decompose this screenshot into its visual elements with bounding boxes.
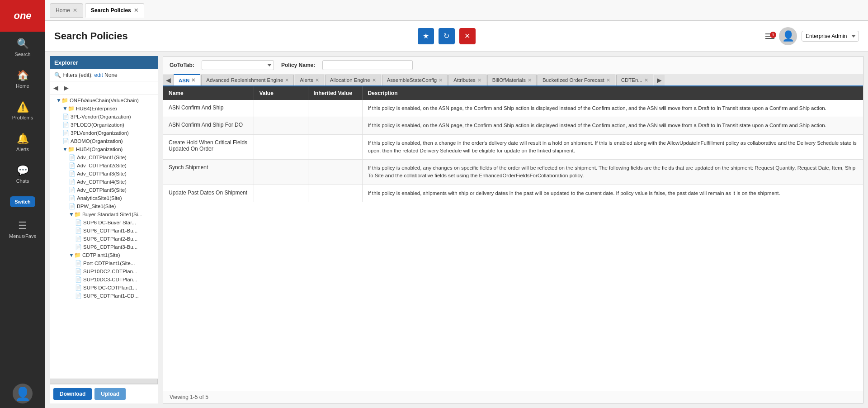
file-icon: 📄 — [69, 195, 75, 201]
tree-node-sup6cdt1cd[interactable]: 📄 SUP6_CDTPlant1-CD... — [50, 292, 158, 300]
policy-tab-asn-close[interactable]: ✕ — [191, 77, 195, 83]
tab-home-close[interactable]: ✕ — [73, 7, 77, 14]
tree-node-hub4e[interactable]: ▼📁 HUB4(Enterprise) — [50, 104, 158, 113]
user-avatar: 👤 — [779, 27, 797, 45]
policy-tab-attributes-close[interactable]: ✕ — [477, 77, 481, 83]
policy-tab-asn[interactable]: ASN ✕ — [174, 74, 200, 85]
tab-home[interactable]: Home ✕ — [50, 3, 83, 18]
table-row[interactable]: ASN Confirm And Ship For DO If this poli… — [163, 117, 863, 134]
table-row[interactable]: ASN Confirm And Ship If this policy is e… — [163, 100, 863, 117]
tree-nav-left[interactable]: ◀ — [52, 83, 60, 92]
tree-node-advcdt2[interactable]: 📄 Adv_CDTPlant2(Site) — [50, 161, 158, 170]
tabs-nav-right[interactable]: ▶ — [654, 75, 665, 85]
close-button[interactable]: ✕ — [459, 28, 476, 44]
tree-node-sup10dc2[interactable]: 📄 SUP10DC2-CDTPlan... — [50, 267, 158, 275]
policy-tab-assemble-close[interactable]: ✕ — [439, 77, 443, 83]
tree-node-advcdt1[interactable]: 📄 Adv_CDTPlant1(Site) — [50, 153, 158, 161]
file-icon: 📄 — [69, 187, 75, 193]
policy-tab-attributes[interactable]: Attributes ✕ — [448, 75, 486, 85]
sidebar-item-switch[interactable]: Switch — [0, 190, 45, 213]
tree-node-3plvendor[interactable]: 📄 3PLVendor(Organization) — [50, 129, 158, 137]
tab-search-policies-close[interactable]: ✕ — [134, 7, 138, 14]
logo-box[interactable]: one — [0, 0, 45, 32]
sidebar-item-menus[interactable]: ☰ Menus/Favs — [0, 213, 45, 245]
policy-name-label: Policy Name: — [281, 62, 315, 68]
tree-node-sup6dc[interactable]: 📄 SUP6 DC-Buyer Star... — [50, 218, 158, 227]
avatar[interactable]: 👤 — [13, 384, 33, 403]
policy-tab-attributes-label: Attributes — [453, 77, 476, 83]
tree-node-cdtplant1[interactable]: ▼📁 CDTPlant1(Site) — [50, 251, 158, 259]
tree-node-advcdt5[interactable]: 📄 Adv_CDTPlant5(Site) — [50, 186, 158, 194]
notification-badge: 1 — [770, 32, 776, 38]
file-icon: 📄 — [75, 285, 82, 291]
table-row[interactable]: Create Hold When Critical Fields Updated… — [163, 134, 863, 160]
cell-value[interactable] — [254, 117, 308, 134]
cell-value[interactable] — [254, 185, 308, 202]
cell-value[interactable] — [254, 134, 308, 160]
favorite-button[interactable]: ★ — [418, 28, 434, 44]
horizontal-scrollbar[interactable] — [50, 379, 158, 384]
tree-nav-right[interactable]: ▶ — [62, 83, 71, 92]
chats-icon: 💬 — [17, 165, 29, 176]
policy-tab-cdte-close[interactable]: ✕ — [644, 77, 648, 83]
policy-tab-are[interactable]: Advanced Replenishment Engine ✕ — [201, 75, 294, 85]
tree-node-buyer-std[interactable]: ▼📁 Buyer Standard Site1(Si... — [50, 210, 158, 218]
col-value: Value — [254, 86, 308, 100]
policy-tab-allocation[interactable]: Allocation Engine ✕ — [325, 75, 381, 85]
sidebar-item-alerts[interactable]: 🔔 Alerts — [0, 127, 45, 158]
user-role-select[interactable]: Enterprise Admin — [802, 31, 859, 42]
file-icon: 📄 — [75, 228, 82, 234]
notification-bell[interactable]: 1 — [765, 33, 774, 39]
tree-node-advcdt3[interactable]: 📄 Adv_CDTPlant3(Site) — [50, 170, 158, 178]
tree-node-abomo[interactable]: 📄 ABOMO(Organization) — [50, 137, 158, 145]
cell-value[interactable] — [254, 160, 308, 185]
policy-tab-alerts-close[interactable]: ✕ — [315, 77, 319, 83]
upload-button[interactable]: Upload — [94, 388, 126, 400]
policy-tab-bof-close[interactable]: ✕ — [606, 77, 610, 83]
tree-label: AnalyticsSite1(Site) — [77, 195, 122, 201]
refresh-button[interactable]: ↻ — [439, 28, 455, 44]
tree-node-hub4org[interactable]: ▼📁 HUB4(Organization) — [50, 145, 158, 153]
sidebar-item-chats[interactable]: 💬 Chats — [0, 158, 45, 190]
policy-tab-cdte[interactable]: CDTEn... ✕ — [616, 75, 653, 85]
sidebar-item-home[interactable]: 🏠 Home — [0, 63, 45, 95]
tree-node-advcdt4[interactable]: 📄 Adv_CDTPlant4(Site) — [50, 178, 158, 186]
policy-tab-bof[interactable]: Bucketized Order Forecast ✕ — [538, 75, 615, 85]
download-button[interactable]: Download — [53, 388, 92, 400]
policy-tab-are-close[interactable]: ✕ — [285, 77, 289, 83]
tabs-nav-left[interactable]: ◀ — [163, 75, 174, 85]
sidebar-item-search[interactable]: 🔍 Search — [0, 32, 45, 63]
tree-node-port-cdt[interactable]: 📄 Port-CDTPlant1(Site... — [50, 259, 158, 267]
goto-select[interactable] — [202, 60, 274, 70]
tree-node-bpwsite[interactable]: 📄 BPW_Site1(Site) — [50, 202, 158, 210]
body-content: Explorer 🔍 Filters (edit): edit None ◀ ▶… — [45, 52, 868, 408]
file-icon: 📄 — [69, 162, 75, 169]
cell-name: Create Hold When Critical Fields Updated… — [163, 134, 254, 160]
policy-tab-bom-close[interactable]: ✕ — [528, 77, 532, 83]
home-icon: 🏠 — [17, 70, 29, 81]
file-icon: 📄 — [75, 260, 82, 266]
tree-node-sup10dc3[interactable]: 📄 SUP10DC3-CDTPlan... — [50, 275, 158, 284]
tree-node-vc[interactable]: ▼📁 ONEIValueChain(ValueChain) — [50, 96, 158, 104]
policy-name-input[interactable] — [322, 60, 413, 70]
policy-tab-allocation-close[interactable]: ✕ — [372, 77, 376, 83]
tree-node-3ploeo[interactable]: 📄 3PLOEO(Organization) — [50, 121, 158, 129]
tree-node-sup6dc-cdt[interactable]: 📄 SUP6 DC-CDTPlant1... — [50, 284, 158, 292]
nav-bottom: 👤 — [13, 384, 33, 408]
policy-tab-alerts[interactable]: Alerts ✕ — [295, 75, 324, 85]
tree-node-sup6cdt3bu[interactable]: 📄 SUP6_CDTPlant3-Bu... — [50, 243, 158, 251]
tree-node-sup6cdt2bu[interactable]: 📄 SUP6_CDTPlant2-Bu... — [50, 235, 158, 243]
tree-node-3pl-vendor[interactable]: 📄 3PL-Vendor(Organization) — [50, 113, 158, 121]
filters-edit-link[interactable]: edit — [94, 72, 103, 78]
sidebar-item-problems[interactable]: ⚠️ Problems — [0, 95, 45, 127]
table-row[interactable]: Update Past Dates On Shipment If this po… — [163, 185, 863, 202]
cell-value[interactable] — [254, 100, 308, 117]
policy-tab-bom[interactable]: BillOfMaterials ✕ — [487, 75, 537, 85]
tab-search-policies[interactable]: Search Policies ✕ — [85, 3, 144, 18]
tree-node-analytics[interactable]: 📄 AnalyticsSite1(Site) — [50, 194, 158, 202]
table-row[interactable]: Synch Shipment If this policy is enabled… — [163, 160, 863, 185]
tree-node-sup6cdt1bu[interactable]: 📄 SUP6_CDTPlant1-Bu... — [50, 227, 158, 235]
filters-label: Filters (edit): — [62, 72, 93, 78]
policy-tab-assemble[interactable]: AssembleStateConfig ✕ — [382, 75, 448, 85]
cell-description: If this policy is enabled, on the ASN pa… — [362, 117, 863, 134]
